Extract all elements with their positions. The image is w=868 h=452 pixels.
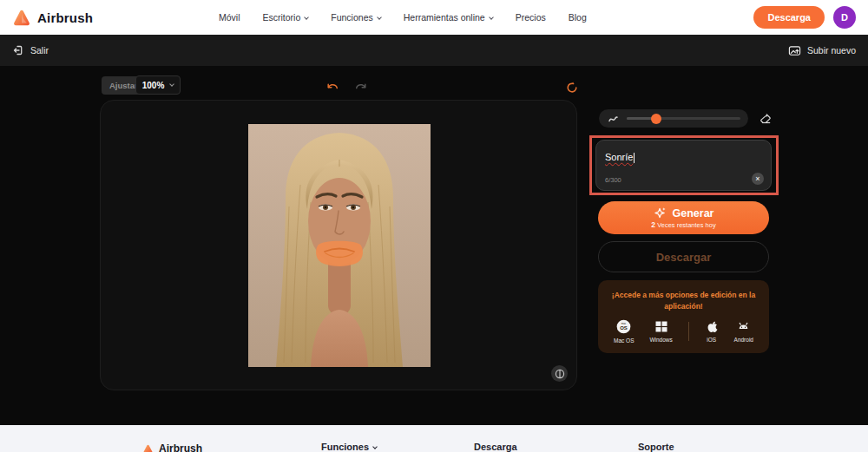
platform-android[interactable]: Android [734, 319, 753, 343]
nav-precios[interactable]: Precios [516, 12, 546, 23]
apple-icon [705, 319, 719, 333]
platform-label: Mac OS [614, 337, 634, 344]
generate-button[interactable]: Generar 2 Veces restantes hoy [598, 201, 769, 234]
zoom-value: 100% [142, 81, 165, 90]
app-promo-panel: ¡Accede a más opciones de edición en la … [598, 280, 769, 353]
platform-label: Windows [649, 337, 672, 343]
platform-label: iOS [707, 337, 716, 343]
platform-divider [688, 322, 689, 341]
promo-title: ¡Accede a más opciones de edición en la … [608, 290, 759, 312]
brush-controls [599, 109, 773, 128]
airbrush-logo[interactable]: Airbrush [12, 8, 93, 27]
upload-label: Subir nuevo [807, 45, 856, 56]
exit-icon [12, 44, 24, 56]
macos-icon: mac OS [616, 319, 631, 334]
nav-escritorio[interactable]: Escritorio [263, 12, 309, 23]
nav-movil[interactable]: Móvil [219, 12, 240, 23]
editor-bar: Salir Subir nuevo [0, 35, 868, 66]
redo-button[interactable] [353, 81, 369, 96]
top-navbar: Airbrush Móvil Escritorio Funciones Herr… [0, 0, 868, 35]
generate-remaining: 2 Veces restantes hoy [651, 220, 715, 229]
chevron-down-icon [304, 15, 309, 20]
brand-name: Airbrush [37, 10, 93, 25]
exit-button[interactable]: Salir [12, 44, 49, 56]
prompt-text: Sonríe [605, 152, 633, 162]
generate-label: Generar [673, 207, 714, 219]
chevron-down-icon [169, 82, 174, 87]
android-icon [736, 319, 751, 333]
clear-prompt-button[interactable]: × [752, 173, 764, 185]
footer-col-funciones[interactable]: Funciones [321, 442, 377, 452]
nav-funciones[interactable]: Funciones [331, 12, 380, 23]
compare-before-after-button[interactable] [551, 365, 568, 382]
chevron-down-icon [489, 15, 494, 20]
slider-thumb[interactable] [651, 114, 661, 124]
upload-new-button[interactable]: Subir nuevo [788, 44, 856, 57]
footer-brand-name: Airbrush [159, 442, 202, 452]
footer: Airbrush Funciones Descarga Soporte [0, 425, 868, 452]
svg-text:OS: OS [620, 326, 628, 331]
brush-size-slider[interactable] [627, 117, 740, 120]
zoom-dropdown[interactable]: 100% [135, 75, 181, 95]
chevron-down-icon [372, 444, 378, 449]
prompt-input[interactable]: Sonríe 6/300 × [595, 140, 772, 191]
top-right-actions: Descarga D [753, 6, 856, 29]
windows-icon [654, 319, 668, 333]
nav-blog[interactable]: Blog [569, 12, 587, 23]
platform-label: Android [734, 337, 753, 343]
user-avatar[interactable]: D [833, 6, 856, 29]
download-app-button[interactable]: Descarga [753, 6, 825, 29]
footer-col-soporte[interactable]: Soporte [638, 442, 674, 452]
platforms-row: mac OS Mac OS Windows [608, 319, 759, 344]
editor-workspace: Ajustar 100% [0, 66, 868, 425]
reset-button[interactable] [564, 81, 580, 96]
brush-stroke-icon [607, 113, 619, 125]
portrait-photo[interactable] [248, 124, 431, 367]
nav-herramientas-online[interactable]: Herramientas online [404, 12, 493, 23]
platform-ios[interactable]: iOS [705, 319, 719, 343]
footer-logo[interactable]: Airbrush [142, 442, 202, 452]
chevron-down-icon [377, 15, 382, 20]
text-caret [634, 153, 635, 163]
main-nav: Móvil Escritorio Funciones Herramientas … [219, 0, 587, 35]
platform-macos[interactable]: mac OS Mac OS [614, 319, 634, 344]
airbrush-logo-icon [12, 8, 31, 27]
exit-label: Salir [30, 45, 49, 56]
download-result-button[interactable]: Descargar [598, 241, 769, 272]
airbrush-logo-icon [142, 443, 154, 452]
char-counter: 6/300 [605, 176, 621, 184]
undo-button[interactable] [325, 81, 340, 96]
footer-col-descarga[interactable]: Descarga [474, 442, 517, 452]
brush-size-pill [599, 109, 748, 128]
editing-canvas[interactable] [100, 100, 577, 390]
eraser-button[interactable] [759, 112, 773, 126]
platform-windows[interactable]: Windows [649, 319, 672, 343]
sparkle-icon [654, 206, 667, 219]
upload-image-icon [788, 44, 801, 57]
